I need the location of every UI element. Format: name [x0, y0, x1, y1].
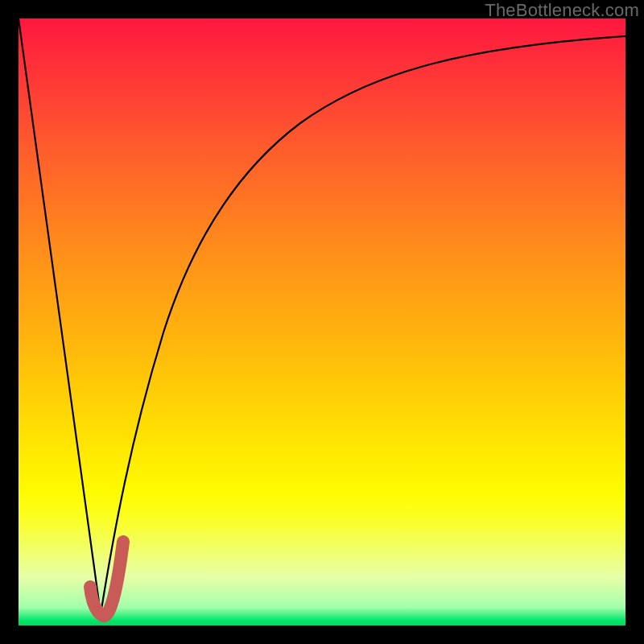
chart-frame: TheBottleneck.com [0, 0, 644, 644]
watermark-text: TheBottleneck.com [485, 0, 639, 21]
right-ascent-curve [101, 36, 625, 614]
left-descent-line [19, 19, 101, 614]
chart-curves [19, 19, 625, 625]
